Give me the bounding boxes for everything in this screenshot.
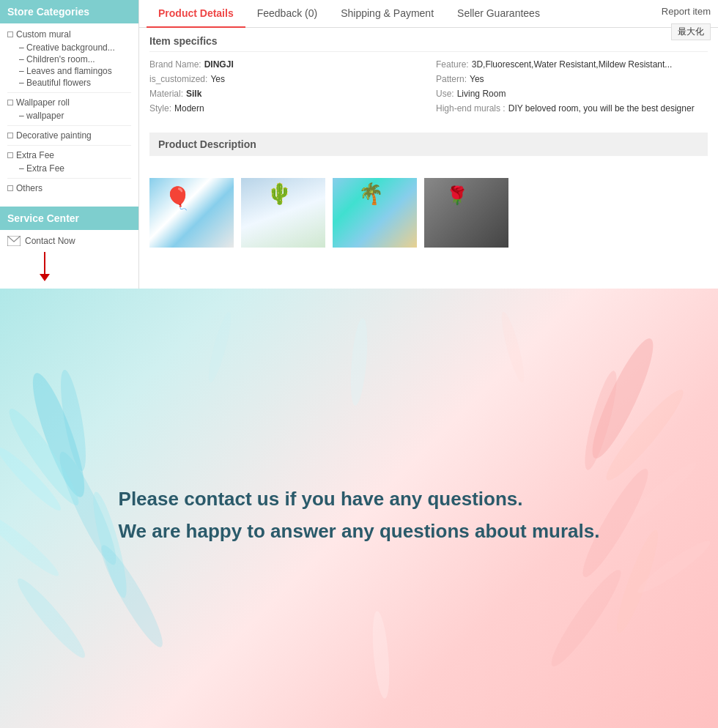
thumbnail-3[interactable]: [333, 178, 417, 248]
collapse-icon: [7, 185, 13, 191]
main-content: Product Details Feedback (0) Shipping & …: [139, 0, 718, 289]
svg-point-7: [0, 509, 63, 582]
spec-row-customized: is_customized: Yes: [149, 74, 421, 84]
tab-product-details[interactable]: Product Details: [147, 0, 245, 28]
spec-value-customized: Yes: [210, 74, 225, 84]
specifics-grid: Brand Name: DINGJI Feature: 3D,Fluoresce…: [149, 59, 708, 114]
spec-row-style: Style: Modern: [149, 103, 421, 114]
spec-row-pattern: Pattern: Yes: [436, 74, 708, 84]
svg-point-3: [56, 368, 91, 472]
category-child-link[interactable]: – Children's room...: [19, 54, 95, 64]
spec-row-highend: High-end murals : DIY beloved room, you …: [436, 103, 708, 114]
category-child-item[interactable]: – Creative background...: [7, 42, 131, 53]
category-child-item[interactable]: – wallpaper: [7, 111, 131, 121]
tab-feedback[interactable]: Feedback (0): [245, 0, 329, 28]
report-item-link[interactable]: Report item: [662, 6, 711, 17]
svg-point-4: [0, 443, 65, 516]
collapse-icon: [7, 133, 13, 138]
bottom-section: Please contact us if you have any questi…: [0, 289, 718, 728]
svg-point-16: [634, 535, 714, 598]
svg-point-21: [497, 311, 528, 385]
spec-label-customized: is_customized:: [149, 74, 207, 84]
svg-point-18: [348, 317, 370, 406]
maximize-button[interactable]: 最大化: [671, 23, 711, 40]
spec-row-brand: Brand Name: DINGJI: [149, 59, 421, 70]
divider: [7, 92, 131, 93]
tab-seller-guarantees[interactable]: Seller Guarantees: [445, 0, 552, 28]
category-item-custom-mural[interactable]: Custom mural: [7, 29, 131, 40]
category-child-link[interactable]: – Creative background...: [19, 42, 115, 53]
tab-shipping-payment[interactable]: Shipping & Payment: [329, 0, 445, 28]
category-child-link[interactable]: – Extra Fee: [19, 163, 64, 174]
spec-value-pattern: Yes: [470, 74, 484, 84]
spec-row-feature: Feature: 3D,Fluorescent,Water Resistant,…: [436, 59, 708, 70]
svg-point-2: [2, 403, 86, 510]
bottom-text-line2: We are happy to answer any questions abo…: [119, 519, 600, 544]
contact-now-label: Contact Now: [25, 236, 75, 246]
collapse-icon: [7, 31, 13, 37]
svg-point-9: [12, 573, 91, 664]
tabs-bar: Product Details Feedback (0) Shipping & …: [139, 0, 718, 28]
spec-label-highend: High-end murals :: [436, 103, 506, 114]
svg-point-17: [544, 564, 629, 672]
spec-value-use: Living Room: [457, 89, 506, 99]
spec-value-brand: DINGJI: [204, 59, 234, 70]
thumbnail-2[interactable]: [241, 178, 325, 248]
collapse-icon: [7, 152, 13, 158]
category-item-others[interactable]: Others: [7, 183, 131, 193]
category-item-decorative-painting[interactable]: Decorative painting: [7, 130, 131, 141]
svg-point-1: [23, 368, 93, 501]
svg-point-19: [370, 610, 392, 699]
svg-point-10: [583, 333, 663, 464]
service-center-header: Service Center: [0, 207, 138, 230]
bottom-text-line1: Please contact us if you have any questi…: [119, 487, 600, 512]
spec-label-material: Material:: [149, 89, 183, 99]
category-label: Custom mural: [16, 29, 71, 40]
item-specifics-title: Item specifics: [149, 35, 708, 52]
spec-label-use: Use:: [436, 89, 454, 99]
thumbnails-row: [139, 171, 718, 255]
category-label: Wallpaper roll: [16, 97, 70, 108]
svg-point-13: [618, 458, 700, 530]
contact-now-button[interactable]: Contact Now: [0, 230, 138, 252]
spec-value-feature: 3D,Fluorescent,Water Resistant,Mildew Re…: [472, 59, 673, 70]
category-child-link[interactable]: – Beautiful flowers: [19, 78, 91, 88]
bottom-text-block: Please contact us if you have any questi…: [89, 458, 629, 573]
category-child-item[interactable]: – Beautiful flowers: [7, 78, 131, 88]
arrow-annotation: [0, 252, 139, 289]
spec-row-use: Use: Living Room: [436, 89, 708, 99]
category-label: Decorative painting: [16, 130, 92, 141]
category-child-link[interactable]: – Leaves and flamingos: [19, 66, 112, 76]
svg-point-12: [579, 368, 622, 472]
spec-label-pattern: Pattern:: [436, 74, 467, 84]
spec-value-material: Silk: [186, 89, 201, 99]
product-description-section: Product Description: [139, 125, 718, 171]
svg-point-20: [204, 311, 234, 385]
item-specifics-section: Item specifics Brand Name: DINGJI Featur…: [139, 28, 718, 121]
spec-value-highend: DIY beloved room, you will be the best d…: [508, 103, 695, 114]
category-label: Extra Fee: [16, 150, 54, 160]
spec-label-brand: Brand Name:: [149, 59, 201, 70]
arrow-head: [40, 274, 50, 281]
category-item-extra-fee[interactable]: Extra Fee: [7, 150, 131, 160]
spec-value-style: Modern: [174, 103, 204, 114]
divider: [7, 178, 131, 179]
category-child-item[interactable]: – Leaves and flamingos: [7, 66, 131, 76]
category-child-item[interactable]: – Extra Fee: [7, 163, 131, 174]
category-child-link[interactable]: – wallpaper: [19, 111, 64, 121]
spec-label-style: Style:: [149, 103, 171, 114]
divider: [7, 145, 131, 146]
thumbnail-4[interactable]: [424, 178, 508, 248]
category-label: Others: [16, 183, 42, 193]
category-item-wallpaper-roll[interactable]: Wallpaper roll: [7, 97, 131, 108]
category-child-item[interactable]: – Children's room...: [7, 54, 131, 64]
thumbnail-1[interactable]: [149, 178, 234, 248]
product-description-title: Product Description: [149, 133, 708, 156]
store-categories-header: Store Categories: [0, 0, 138, 23]
divider: [7, 125, 131, 126]
spec-label-feature: Feature:: [436, 59, 469, 70]
category-list: Custom mural – Creative background... – …: [0, 23, 138, 202]
collapse-icon: [7, 100, 13, 105]
envelope-icon: [7, 236, 21, 246]
sidebar: Store Categories Custom mural – Creative…: [0, 0, 139, 289]
